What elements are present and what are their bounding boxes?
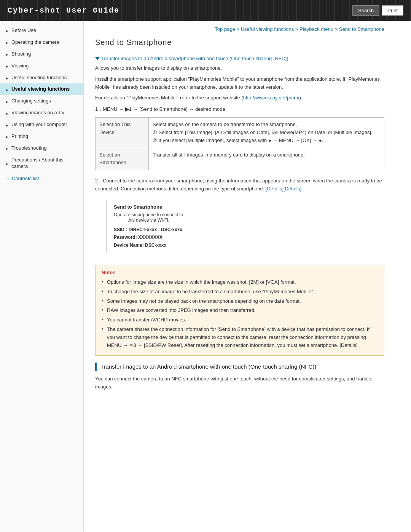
page-title: Send to Smartphone	[95, 38, 384, 50]
section1-heading-link[interactable]: Transfer images to an Android smartphone…	[101, 56, 288, 61]
wifi-info-box: Send to Smartphone Operate smartphone to…	[107, 200, 190, 253]
intro-text-2: Install the smartphone support applicati…	[95, 75, 384, 91]
table-row-select-smartphone: Select on Smartphone Transfer all still …	[96, 148, 384, 170]
intro-text-3: For details on "PlayMemories Mobile", re…	[95, 94, 384, 102]
svg-marker-9	[6, 136, 8, 138]
list-item: You cannot transfer AVCHD movies.	[102, 316, 378, 324]
sidebar-item-useful-viewing[interactable]: Useful viewing functions	[0, 83, 83, 95]
breadcrumb-playback-menu[interactable]: Playback menu	[299, 26, 333, 32]
table-cell-content-smartphone: Transfer all still images in a memory ca…	[149, 148, 384, 170]
svg-marker-0	[6, 30, 8, 32]
arrow-icon-active	[5, 88, 9, 91]
wifi-box-info: SSID : DIRECT-xxxx : DSC-xxxx Password: …	[114, 226, 183, 249]
svg-marker-2	[6, 54, 8, 56]
header-buttons: Search Print	[352, 5, 403, 16]
notes-box: Notes Options for image size are the siz…	[95, 265, 384, 356]
svg-marker-7	[6, 113, 8, 115]
arrow-icon	[5, 99, 9, 103]
sidebar-item-printing[interactable]: Printing	[0, 131, 83, 142]
list-item: Options for image size are the size in w…	[102, 278, 378, 286]
transfer-options-table: Select on This Device Select images on t…	[95, 117, 384, 170]
sidebar-item-viewing[interactable]: Viewing	[0, 60, 83, 72]
main-content: Top page > Useful viewing functions > Pl…	[84, 21, 396, 532]
playback-icon: ▶	[125, 106, 129, 112]
svg-marker-10	[6, 148, 8, 150]
breadcrumb: Top page > Useful viewing functions > Pl…	[95, 26, 384, 32]
step2-details-link[interactable]: [Details][Details]	[266, 186, 301, 192]
arrow-icon	[5, 40, 9, 44]
svg-marker-8	[6, 125, 8, 127]
sidebar-item-precautions[interactable]: Precautions / About this camera	[0, 154, 83, 173]
sidebar-item-useful-shooting[interactable]: Useful shooting functions	[0, 72, 83, 84]
svg-marker-3	[6, 66, 8, 68]
table-cell-content-device: Select images on the camera to be transf…	[149, 118, 384, 148]
sidebar-item-operating[interactable]: Operating the camera	[0, 37, 83, 48]
list-item: RAW images are converted into JPEG image…	[102, 307, 378, 315]
wifi-box-body: Operate smartphone to connect tothis dev…	[114, 212, 183, 223]
svg-marker-5	[6, 89, 8, 91]
triangle-down-icon	[95, 57, 100, 60]
print-button[interactable]: Print	[382, 5, 403, 16]
breadcrumb-useful-viewing[interactable]: Useful viewing functions	[241, 26, 294, 32]
notes-title: Notes	[102, 270, 378, 275]
arrow-icon	[5, 64, 9, 68]
table-cell-label-device: Select on This Device	[96, 118, 149, 148]
wifi-box-title: Send to Smartphone	[114, 204, 183, 210]
sidebar-item-computer[interactable]: Using with your computer	[0, 119, 83, 131]
svg-marker-4	[6, 77, 8, 80]
list-item: To change the size of an image to be tra…	[102, 288, 378, 296]
arrow-icon	[5, 134, 9, 138]
header: Cyber-shot User Guide Search Print	[0, 0, 411, 21]
intro-text-1: Allows you to transfer images to display…	[95, 64, 384, 72]
arrow-icon	[5, 161, 9, 165]
list-item: Some images may not be played back on th…	[102, 297, 378, 305]
search-button[interactable]: Search	[352, 5, 379, 16]
contents-list-link[interactable]: → Contents list	[0, 173, 83, 183]
table-row-select-device: Select on This Device Select images on t…	[96, 118, 384, 148]
table-cell-label-smartphone: Select on Smartphone	[96, 148, 149, 170]
arrow-icon	[5, 29, 9, 32]
sidebar-item-changing-settings[interactable]: Changing settings	[0, 95, 83, 107]
pmm-url-link[interactable]: http://www.sony.net/pmm/	[243, 95, 299, 101]
arrow-icon	[5, 123, 9, 127]
sidebar-item-viewing-tv[interactable]: Viewing images on a TV	[0, 107, 83, 119]
sidebar: Before Use Operating the camera Shooting…	[0, 21, 84, 532]
sidebar-item-before-use[interactable]: Before Use	[0, 25, 83, 37]
notes-list: Options for image size are the size in w…	[102, 278, 378, 349]
arrow-right-icon: →	[5, 176, 10, 181]
arrow-icon	[5, 52, 9, 56]
step2-text: 2．Connect to the camera from your smartp…	[95, 177, 384, 193]
app-title: Cyber-shot User Guide	[8, 6, 119, 15]
arrow-icon	[5, 111, 9, 115]
breadcrumb-send-to-smartphone[interactable]: Send to Smartphone	[339, 26, 384, 32]
arrow-icon	[5, 146, 9, 150]
step1: 1．MENU → ▶1 → [Send to Smartphone] → des…	[95, 106, 384, 113]
list-item: The camera shares the connection informa…	[102, 326, 378, 349]
sidebar-item-shooting[interactable]: Shooting	[0, 48, 83, 60]
sidebar-item-troubleshooting[interactable]: Troubleshooting	[0, 142, 83, 154]
section2-heading: Transfer images to an Android smartphone…	[95, 363, 384, 371]
section1-heading: Transfer images to an Android smartphone…	[95, 56, 384, 61]
svg-marker-1	[6, 42, 8, 44]
arrow-icon	[5, 76, 9, 80]
svg-marker-11	[6, 163, 8, 165]
layout: Before Use Operating the camera Shooting…	[0, 21, 411, 532]
breadcrumb-top-page[interactable]: Top page	[215, 26, 235, 32]
svg-marker-6	[6, 101, 8, 103]
section2-body: You can connect the camera to an NFC sma…	[95, 375, 384, 391]
